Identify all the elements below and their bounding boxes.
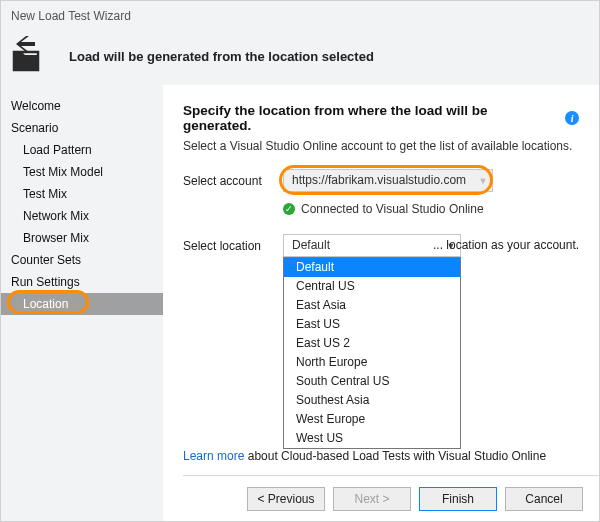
location-option[interactable]: Southest Asia bbox=[284, 391, 460, 410]
location-option[interactable]: East Asia bbox=[284, 296, 460, 315]
sidebar-item-test-mix-model[interactable]: Test Mix Model bbox=[1, 161, 163, 183]
sidebar-item-welcome[interactable]: Welcome bbox=[1, 95, 163, 117]
sidebar-item-network-mix[interactable]: Network Mix bbox=[1, 205, 163, 227]
wizard-main: Specify the location from where the load… bbox=[163, 85, 599, 521]
location-option[interactable]: West US bbox=[284, 429, 460, 448]
window-title: New Load Test Wizard bbox=[1, 1, 599, 31]
select-location-dropdown[interactable]: Default Central US East Asia East US Eas… bbox=[283, 257, 461, 449]
select-account-value: https://fabrikam.visualstudio.com bbox=[284, 170, 474, 191]
sidebar-item-browser-mix[interactable]: Browser Mix bbox=[1, 227, 163, 249]
check-circle-icon: ✓ bbox=[283, 203, 295, 215]
chevron-down-icon: ▼ bbox=[474, 176, 492, 186]
location-option[interactable]: South Central US bbox=[284, 372, 460, 391]
sidebar-item-location[interactable]: Location bbox=[1, 293, 163, 315]
select-location-value: Default bbox=[284, 235, 442, 256]
connected-status-text: Connected to Visual Studio Online bbox=[301, 202, 484, 216]
location-option[interactable]: East US bbox=[284, 315, 460, 334]
separator bbox=[183, 475, 599, 476]
learn-more-suffix: about Cloud-based Load Tests with Visual… bbox=[244, 449, 546, 463]
sidebar-item-run-settings[interactable]: Run Settings bbox=[1, 271, 163, 293]
location-option[interactable]: Default bbox=[284, 258, 460, 277]
previous-button[interactable]: < Previous bbox=[247, 487, 325, 511]
sidebar-item-counter-sets[interactable]: Counter Sets bbox=[1, 249, 163, 271]
page-heading-text: Specify the location from where the load… bbox=[183, 103, 555, 133]
cancel-button[interactable]: Cancel bbox=[505, 487, 583, 511]
sidebar-item-scenario[interactable]: Scenario bbox=[1, 117, 163, 139]
location-option[interactable]: East US 2 bbox=[284, 334, 460, 353]
wizard-icon bbox=[11, 35, 53, 77]
select-account-combo[interactable]: https://fabrikam.visualstudio.com ▼ bbox=[283, 169, 493, 192]
location-option[interactable]: West Europe bbox=[284, 410, 460, 429]
next-button: Next > bbox=[333, 487, 411, 511]
sidebar-item-test-mix[interactable]: Test Mix bbox=[1, 183, 163, 205]
sidebar-item-load-pattern[interactable]: Load Pattern bbox=[1, 139, 163, 161]
learn-more-link[interactable]: Learn more bbox=[183, 449, 244, 463]
wizard-header-title: Load will be generated from the location… bbox=[69, 49, 374, 64]
learn-more-text: Learn more about Cloud-based Load Tests … bbox=[183, 449, 546, 463]
connected-status: ✓ Connected to Visual Studio Online bbox=[283, 202, 579, 216]
wizard-window: New Load Test Wizard Load will be genera… bbox=[0, 0, 600, 522]
wizard-header: Load will be generated from the location… bbox=[1, 31, 599, 91]
sidebar-item-label: Location bbox=[23, 297, 68, 311]
location-option[interactable]: Central US bbox=[284, 277, 460, 296]
wizard-buttons: < Previous Next > Finish Cancel bbox=[247, 487, 583, 511]
page-subheading: Select a Visual Studio Online account to… bbox=[183, 139, 579, 153]
info-icon[interactable]: i bbox=[565, 111, 579, 125]
page-heading: Specify the location from where the load… bbox=[183, 103, 579, 133]
location-option[interactable]: North Europe bbox=[284, 353, 460, 372]
location-hint: ... location as your account. bbox=[433, 238, 579, 252]
finish-button[interactable]: Finish bbox=[419, 487, 497, 511]
select-location-label: Select location bbox=[183, 239, 271, 253]
wizard-sidebar: Welcome Scenario Load Pattern Test Mix M… bbox=[1, 85, 163, 521]
select-account-label: Select account bbox=[183, 174, 271, 188]
